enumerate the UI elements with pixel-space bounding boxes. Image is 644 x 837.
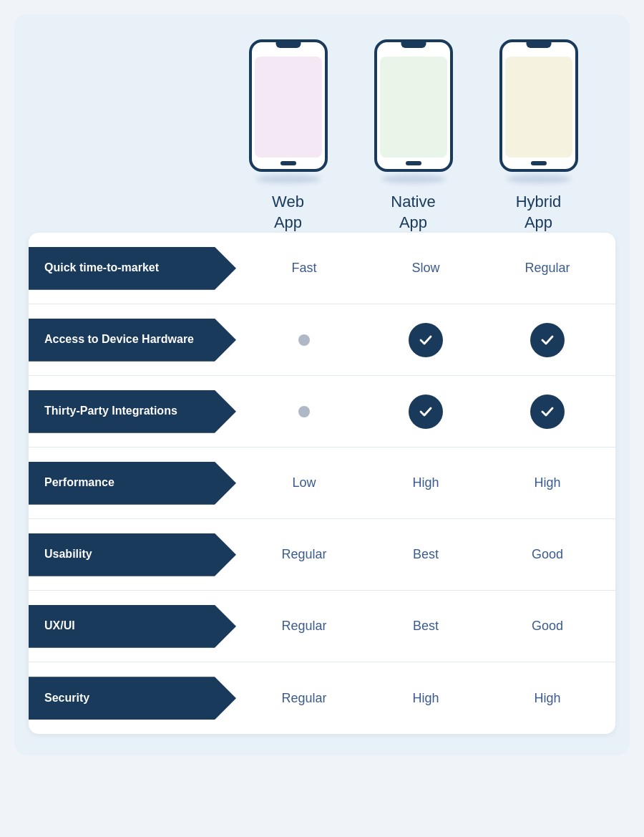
cell-web-3 (250, 406, 358, 417)
cell-hybrid-3 (494, 395, 601, 429)
phone-shadow-web (256, 175, 321, 183)
hybrid-app-phone (499, 29, 578, 172)
row-label-security: Security (29, 677, 236, 720)
cell-native-7: High (372, 691, 479, 706)
web-app-phone-col: Web App (233, 29, 343, 233)
native-app-phone (374, 29, 453, 172)
phone-home-hybrid (531, 161, 547, 165)
cell-hybrid-6: Good (494, 619, 601, 634)
phone-notch-hybrid (526, 42, 551, 48)
phone-shadow-hybrid (507, 175, 571, 183)
row-label-usability: Usability (29, 533, 236, 576)
dot-icon (298, 406, 310, 417)
cell-web-5: Regular (250, 547, 358, 562)
row-data-4: Low High High (236, 475, 615, 490)
cell-web-6: Regular (250, 619, 358, 634)
phone-shadow-native (381, 175, 446, 183)
phone-screen-web (255, 57, 322, 158)
cell-web-4: Low (250, 475, 358, 490)
cell-native-1: Slow (372, 261, 479, 276)
row-data-3 (236, 395, 615, 429)
table-row: Thirty-Party Integrations (29, 376, 615, 447)
web-app-label: Web App (272, 192, 304, 233)
phone-body-hybrid (499, 39, 578, 172)
row-label-wrap-7: Security (29, 665, 236, 731)
row-label-quick-time: Quick time-to-market (29, 247, 236, 290)
phone-body-web (249, 39, 328, 172)
cell-native-3 (372, 395, 479, 429)
cell-hybrid-4: High (494, 475, 601, 490)
hybrid-app-phone-col: Hybrid App (483, 29, 594, 233)
phone-body-native (374, 39, 453, 172)
cell-hybrid-2 (494, 323, 601, 357)
check-icon (530, 323, 565, 357)
cell-native-2 (372, 323, 479, 357)
table-row: Usability Regular Best Good (29, 519, 615, 591)
web-app-phone (249, 29, 328, 172)
table-row: UX/UI Regular Best Good (29, 591, 615, 662)
row-data-6: Regular Best Good (236, 619, 615, 634)
row-data-7: Regular High High (236, 691, 615, 706)
row-label-uxui: UX/UI (29, 605, 236, 648)
row-label-wrap-3: Thirty-Party Integrations (29, 379, 236, 445)
dot-icon (298, 334, 310, 346)
cell-web-7: Regular (250, 691, 358, 706)
cell-hybrid-5: Good (494, 547, 601, 562)
cell-native-4: High (372, 475, 479, 490)
table-row: Performance Low High High (29, 447, 615, 519)
table-row: Security Regular High High (29, 662, 615, 734)
cell-native-6: Best (372, 619, 479, 634)
cell-web-2 (250, 334, 358, 346)
phone-notch-web (275, 42, 301, 48)
row-data-5: Regular Best Good (236, 547, 615, 562)
row-label-performance: Performance (29, 462, 236, 505)
check-icon (409, 395, 443, 429)
main-container: Web App Native App (14, 14, 630, 755)
hybrid-app-label: Hybrid App (516, 192, 562, 233)
check-icon (409, 323, 443, 357)
row-label-wrap-5: Usability (29, 522, 236, 588)
phone-home-native (406, 161, 421, 165)
phone-screen-native (380, 57, 447, 158)
row-data-2 (236, 323, 615, 357)
cell-hybrid-1: Regular (494, 261, 601, 276)
table-row: Quick time-to-market Fast Slow Regular (29, 233, 615, 304)
row-label-integrations: Thirty-Party Integrations (29, 390, 236, 433)
native-app-label: Native App (391, 192, 435, 233)
phone-home-web (280, 161, 296, 165)
phones-row: Web App Native App (29, 29, 615, 233)
cell-native-5: Best (372, 547, 479, 562)
phone-notch-native (401, 42, 426, 48)
row-label-hardware: Access to Device Hardware (29, 319, 236, 362)
cell-hybrid-7: High (494, 691, 601, 706)
comparison-table: Quick time-to-market Fast Slow Regular A… (29, 233, 615, 734)
phone-screen-hybrid (505, 57, 572, 158)
row-label-wrap-2: Access to Device Hardware (29, 307, 236, 373)
row-data-1: Fast Slow Regular (236, 261, 615, 276)
native-app-phone-col: Native App (358, 29, 469, 233)
row-label-wrap-4: Performance (29, 450, 236, 516)
row-label-wrap-6: UX/UI (29, 594, 236, 659)
table-row: Access to Device Hardware (29, 304, 615, 376)
check-icon (530, 395, 565, 429)
row-label-wrap-1: Quick time-to-market (29, 236, 236, 301)
cell-web-1: Fast (250, 261, 358, 276)
